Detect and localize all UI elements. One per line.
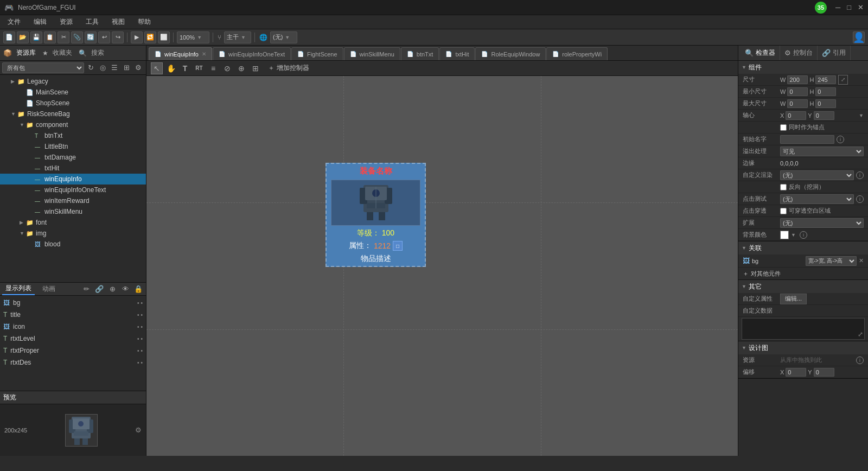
prop-minsize-w[interactable] xyxy=(787,87,808,96)
section-relation-header[interactable]: ▼ 关联 xyxy=(738,241,868,254)
pivot-anchor-checkbox[interactable] xyxy=(780,124,787,131)
tb-btn6[interactable]: 📎 xyxy=(71,31,83,43)
layout-btn[interactable]: ☰ xyxy=(109,62,120,73)
menu-file[interactable]: 文件 xyxy=(2,16,26,28)
tab-close-winequipinfo[interactable]: ✕ xyxy=(202,51,206,57)
tab-display-list[interactable]: 显示列表 xyxy=(2,283,35,295)
tab-winskillmenu[interactable]: 📄 winSkillMenu xyxy=(344,47,400,60)
component-widget[interactable]: 装备名称 等级： 100 xyxy=(326,163,426,267)
tree-item-txtdamage[interactable]: — txtDamage xyxy=(0,152,146,163)
display-item-rtxtlevel[interactable]: T rtxtLevel • • xyxy=(0,333,146,345)
prop-customrenderer-select[interactable]: (无) xyxy=(780,170,854,180)
relation-type-select[interactable]: 宽->宽, 高->高 xyxy=(806,256,857,266)
initname-info-icon[interactable]: i xyxy=(837,136,844,143)
tb-btn7[interactable]: 🔄 xyxy=(85,31,97,43)
tb-btn5[interactable]: ✂ xyxy=(58,31,69,43)
tab-controller[interactable]: ⚙ 控制台 xyxy=(780,46,818,60)
tab-txthit[interactable]: 📄 txtHit xyxy=(439,47,475,60)
resource-info-icon[interactable]: i xyxy=(856,357,864,364)
display-item-rtxtdes[interactable]: T rtxtDes • • xyxy=(0,357,146,368)
prop-maxsize-h[interactable] xyxy=(815,99,836,108)
tree-item-img[interactable]: ▼ 📁 img xyxy=(0,228,146,239)
prop-expand-select[interactable]: (无) xyxy=(780,218,864,228)
settings-btn[interactable]: ⚙ xyxy=(133,62,144,73)
reverse-checkbox[interactable] xyxy=(780,184,787,190)
tree-item-legacy[interactable]: ▶ 📁 Legacy xyxy=(0,76,146,87)
tab-rolepropertywi[interactable]: 📄 rolePropertyWi xyxy=(546,47,608,60)
display-item-icon[interactable]: 🖼 icon • • xyxy=(0,321,146,333)
tree-item-shopscene[interactable]: 📄 ShopScene xyxy=(0,98,146,109)
cw-attr-expand-btn[interactable]: □ xyxy=(393,241,403,251)
prop-offset-x[interactable] xyxy=(786,368,806,377)
tree-item-littlebtn[interactable]: — LittleBtn xyxy=(0,141,146,152)
custom-data-area[interactable]: ⤢ xyxy=(742,318,865,340)
favorite-label[interactable]: 收藏夹 xyxy=(53,48,72,58)
tab-animation[interactable]: 动画 xyxy=(39,283,59,295)
tree-item-component[interactable]: ▼ 📁 component xyxy=(0,119,146,130)
menu-help[interactable]: 帮助 xyxy=(132,16,156,28)
display-item-title[interactable]: T title • • xyxy=(0,309,146,321)
prop-hittest-select[interactable]: (无) xyxy=(780,194,854,204)
relation-close-btn[interactable]: ✕ xyxy=(859,257,864,264)
clickthrough-checkbox[interactable] xyxy=(780,208,787,214)
menu-resource[interactable]: 资源 xyxy=(54,16,78,28)
hand-tool-btn[interactable]: ✋ xyxy=(165,62,177,74)
package-filter[interactable]: 所有包 xyxy=(2,62,84,73)
preview-settings-icon[interactable]: ⚙ xyxy=(135,426,142,434)
tb-btn9[interactable]: ↪ xyxy=(112,31,124,43)
bgcolor-info-icon[interactable]: i xyxy=(800,231,807,239)
tb-btn10[interactable]: ▶ xyxy=(131,31,143,43)
grid-tool-btn[interactable]: ⊞ xyxy=(250,62,261,74)
display-edit-btn[interactable]: ✏ xyxy=(81,284,92,295)
search-label[interactable]: 搜索 xyxy=(91,48,104,58)
user-btn[interactable]: 👤 xyxy=(853,31,865,43)
locate-btn[interactable]: ◎ xyxy=(97,62,108,73)
hittest-info-icon[interactable]: i xyxy=(856,195,864,203)
refresh-btn[interactable]: ↻ xyxy=(85,62,96,73)
tree-item-winequipinfo[interactable]: — winEquipInfo xyxy=(0,174,146,184)
tb-btn11[interactable]: 🔁 xyxy=(144,31,156,43)
tab-reference[interactable]: 🔗 引用 xyxy=(818,46,851,60)
prop-initname-input[interactable] xyxy=(780,135,834,144)
new-btn[interactable]: 📄 xyxy=(3,31,15,43)
grid-btn[interactable]: ⊞ xyxy=(121,62,132,73)
tree-item-txthit[interactable]: — txtHit xyxy=(0,163,146,174)
bgcolor-dropdown[interactable]: ▼ xyxy=(791,232,797,238)
custom-data-expand-icon[interactable]: ⤢ xyxy=(858,330,863,338)
richtext-tool-btn[interactable]: RT xyxy=(193,62,205,74)
favorite-icon[interactable]: ★ xyxy=(42,49,48,57)
prop-customattr-edit-btn[interactable]: 编辑... xyxy=(780,294,807,304)
save-btn[interactable]: 💾 xyxy=(30,31,42,43)
tree-item-winskillmenu[interactable]: — winSkillMenu xyxy=(0,206,146,217)
branch-dropdown[interactable]: 主干 ▼ xyxy=(224,31,251,43)
tb-btn8[interactable]: ↩ xyxy=(98,31,110,43)
tab-btntxt[interactable]: 📄 btnTxt xyxy=(401,47,439,60)
maximize-btn[interactable]: □ xyxy=(847,3,851,11)
display-link-btn[interactable]: 🔗 xyxy=(94,284,105,295)
display-item-bg[interactable]: 🖼 bg • • xyxy=(0,297,146,309)
text-tool-btn[interactable]: T xyxy=(179,62,191,74)
section-other-header[interactable]: ▼ 其它 xyxy=(738,280,868,293)
tab-inspector[interactable]: 🔍 检查器 xyxy=(741,46,780,60)
prop-size-h[interactable] xyxy=(815,75,836,84)
menu-edit[interactable]: 编辑 xyxy=(28,16,52,28)
prop-size-w[interactable] xyxy=(787,75,808,84)
prop-overflow-select[interactable]: 可见 xyxy=(780,147,864,156)
open-btn[interactable]: 📂 xyxy=(17,31,29,43)
display-lock-btn[interactable]: 🔒 xyxy=(133,284,144,295)
tb-btn12[interactable]: ⬜ xyxy=(158,31,170,43)
size-expand-icon[interactable]: ⤢ xyxy=(838,75,848,85)
tree-item-riskscenebag[interactable]: ▼ 📁 RiskSceneBag xyxy=(0,109,146,119)
section-blueprint-header[interactable]: ▼ 设计图 xyxy=(738,341,868,354)
prop-pivot-y[interactable] xyxy=(814,111,834,120)
zoom-dropdown[interactable]: 100% ▼ xyxy=(177,31,209,43)
add-other-btn[interactable]: ＋ 对其他元件 xyxy=(738,268,868,279)
prop-pivot-x[interactable] xyxy=(786,111,806,120)
relation-type-dropdown[interactable]: 宽->宽, 高->高 xyxy=(806,256,857,266)
tab-roleequipwindow[interactable]: 📄 RoleEquipWindow xyxy=(475,47,546,60)
menu-view[interactable]: 视图 xyxy=(106,16,130,28)
pivot-dropdown[interactable]: ▼ xyxy=(859,113,864,118)
display-eye-btn[interactable]: 👁 xyxy=(120,284,131,295)
close-btn[interactable]: ✕ xyxy=(858,3,864,11)
tb-btn4[interactable]: 📋 xyxy=(44,31,56,43)
